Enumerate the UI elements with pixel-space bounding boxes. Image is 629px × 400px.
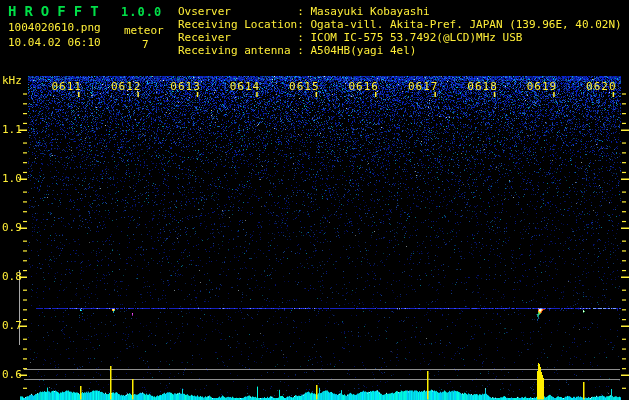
station-info: Ovserver : Masayuki KobayashiReceiving L… — [178, 5, 622, 57]
freq-label-1.1: 1.1 — [2, 123, 18, 136]
filename-label: 1004020610.png — [8, 21, 101, 34]
time-label-0619: 0619 — [527, 80, 558, 93]
app-version: 1.0.0 — [121, 5, 162, 19]
station-info-row-2: Receiver : ICOM IC-575 53.7492(@LCD)MHz … — [178, 31, 622, 44]
freq-label-1.0: 1.0 — [2, 172, 18, 185]
station-info-row-0: Ovserver : Masayuki Kobayashi — [178, 5, 622, 18]
time-label-0620: 0620 — [586, 80, 617, 93]
freq-label-0.9: 0.9 — [2, 221, 18, 234]
time-label-0611: 0611 — [52, 80, 83, 93]
station-info-row-3: Receiving antenna : A504HB(yagi 4el) — [178, 44, 622, 57]
time-label-0618: 0618 — [467, 80, 498, 93]
time-label-0617: 0617 — [408, 80, 439, 93]
freq-label-0.7: 0.7 — [2, 319, 18, 332]
freq-label-0.8: 0.8 — [2, 270, 18, 283]
time-label-0612: 0612 — [111, 80, 142, 93]
hrofft-screen: HROFFT 1.0.0 1004020610.png meteor 10.04… — [0, 0, 629, 400]
app-title: HROFFT — [8, 3, 107, 19]
time-label-0614: 0614 — [230, 80, 261, 93]
time-label-0616: 0616 — [349, 80, 380, 93]
datetime-label: 10.04.02 06:10 — [8, 36, 101, 49]
echo-count: 7 — [142, 38, 149, 51]
mode-label: meteor — [124, 24, 164, 37]
time-label-0613: 0613 — [170, 80, 201, 93]
time-label-0615: 0615 — [289, 80, 320, 93]
freq-label-0.6: 0.6 — [2, 368, 18, 381]
spectrogram-canvas — [0, 0, 629, 400]
freq-axis-unit: kHz — [2, 74, 22, 87]
station-info-row-1: Receiving Location: Ogata-vill. Akita-Pr… — [178, 18, 622, 31]
